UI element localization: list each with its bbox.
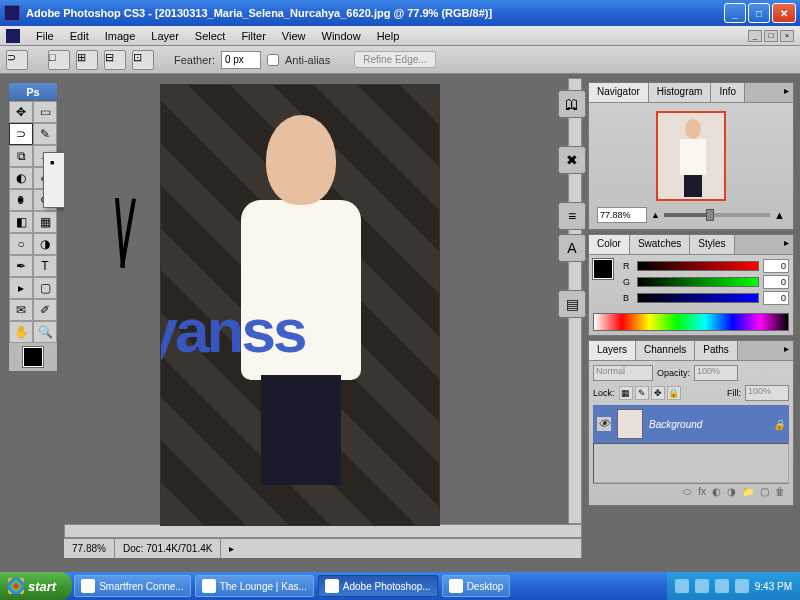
g-slider[interactable] bbox=[637, 277, 759, 287]
type-tool[interactable]: T bbox=[33, 255, 57, 277]
shape-tool[interactable]: ▢ bbox=[33, 277, 57, 299]
intersect-selection-button[interactable]: ⊡ bbox=[132, 50, 154, 70]
start-button[interactable]: start bbox=[0, 572, 72, 600]
lock-position-icon[interactable]: ✥ bbox=[651, 386, 665, 400]
visibility-eye-icon[interactable]: 👁 bbox=[597, 417, 611, 431]
doc-close-button[interactable]: × bbox=[780, 30, 794, 42]
tab-channels[interactable]: Channels bbox=[636, 341, 695, 360]
layer-background[interactable]: 👁 Background 🔒 bbox=[593, 405, 789, 443]
tray-icon[interactable] bbox=[735, 579, 749, 593]
opacity-input[interactable]: 100% bbox=[694, 365, 738, 381]
menu-layer[interactable]: Layer bbox=[143, 28, 187, 44]
taskbar-item[interactable]: Smartfren Conne... bbox=[74, 575, 190, 597]
add-selection-button[interactable]: ⊞ bbox=[76, 50, 98, 70]
history-dock-icon[interactable]: 🕮 bbox=[558, 90, 586, 118]
quick-select-tool[interactable]: ✎ bbox=[33, 123, 57, 145]
new-layer-icon[interactable]: ▢ bbox=[760, 486, 769, 499]
zoom-tool[interactable]: 🔍 bbox=[33, 321, 57, 343]
crop-tool[interactable]: ⧉ bbox=[9, 145, 33, 167]
tray-icon[interactable] bbox=[715, 579, 729, 593]
g-value-input[interactable] bbox=[763, 275, 789, 289]
tray-icon[interactable] bbox=[695, 579, 709, 593]
hand-tool[interactable]: ✋ bbox=[9, 321, 33, 343]
navigator-zoom-slider[interactable] bbox=[664, 213, 770, 217]
group-icon[interactable]: 📁 bbox=[742, 486, 754, 499]
clock[interactable]: 9:43 PM bbox=[755, 581, 792, 592]
eraser-tool[interactable]: ◧ bbox=[9, 211, 33, 233]
menu-edit[interactable]: Edit bbox=[62, 28, 97, 44]
maximize-button[interactable]: □ bbox=[748, 3, 770, 23]
tab-info[interactable]: Info bbox=[711, 83, 745, 102]
status-arrow[interactable]: ▸ bbox=[221, 539, 582, 558]
taskbar-item[interactable]: The Lounge | Kas... bbox=[195, 575, 314, 597]
menu-help[interactable]: Help bbox=[369, 28, 408, 44]
layer-comps-dock-icon[interactable]: ▤ bbox=[558, 290, 586, 318]
healing-brush-tool[interactable]: ◐ bbox=[9, 167, 33, 189]
dodge-tool[interactable]: ◑ bbox=[33, 233, 57, 255]
layer-fx-icon[interactable]: fx bbox=[698, 486, 706, 499]
color-swatch[interactable] bbox=[593, 259, 613, 279]
close-button[interactable]: ✕ bbox=[772, 3, 796, 23]
antialias-checkbox[interactable] bbox=[267, 54, 279, 66]
doc-minimize-button[interactable]: _ bbox=[748, 30, 762, 42]
tab-navigator[interactable]: Navigator bbox=[589, 83, 649, 102]
blend-mode-select[interactable]: Normal bbox=[593, 365, 653, 381]
horizontal-scrollbar[interactable] bbox=[64, 524, 582, 538]
navigator-thumbnail[interactable] bbox=[656, 111, 726, 201]
minimize-button[interactable]: _ bbox=[724, 3, 746, 23]
refine-edge-button[interactable]: Refine Edge... bbox=[354, 51, 435, 68]
zoom-out-icon[interactable]: ▲ bbox=[651, 210, 660, 220]
notes-tool[interactable]: ✉ bbox=[9, 299, 33, 321]
move-tool[interactable]: ✥ bbox=[9, 101, 33, 123]
brushes-dock-icon[interactable]: ≡ bbox=[558, 202, 586, 230]
b-value-input[interactable] bbox=[763, 291, 789, 305]
document-canvas[interactable]: reyanss bbox=[160, 84, 440, 526]
tab-layers[interactable]: Layers bbox=[589, 341, 636, 360]
foreground-color-swatch[interactable] bbox=[23, 347, 43, 367]
r-slider[interactable] bbox=[637, 261, 759, 271]
zoom-in-icon[interactable]: ▲ bbox=[774, 209, 785, 221]
b-slider[interactable] bbox=[637, 293, 759, 303]
doc-size-display[interactable]: Doc: 701.4K/701.4K bbox=[115, 539, 222, 558]
pen-tool[interactable]: ✒ bbox=[9, 255, 33, 277]
new-selection-button[interactable]: □ bbox=[48, 50, 70, 70]
link-layers-icon[interactable]: ⬭ bbox=[683, 486, 692, 499]
delete-layer-icon[interactable]: 🗑 bbox=[775, 486, 785, 499]
taskbar-item[interactable]: Desktop bbox=[442, 575, 511, 597]
layer-mask-icon[interactable]: ◐ bbox=[712, 486, 721, 499]
subtract-selection-button[interactable]: ⊟ bbox=[104, 50, 126, 70]
stamp-tool[interactable]: ⧯ bbox=[9, 189, 33, 211]
character-dock-icon[interactable]: A bbox=[558, 234, 586, 262]
lock-transparency-icon[interactable]: ▦ bbox=[619, 386, 633, 400]
tab-styles[interactable]: Styles bbox=[690, 235, 734, 254]
fill-input[interactable]: 100% bbox=[745, 385, 789, 401]
tab-color[interactable]: Color bbox=[589, 235, 630, 254]
taskbar-item-active[interactable]: Adobe Photoshop... bbox=[318, 575, 438, 597]
zoom-display[interactable]: 77.88% bbox=[64, 539, 115, 558]
doc-restore-button[interactable]: □ bbox=[764, 30, 778, 42]
eyedropper-tool[interactable]: ✐ bbox=[33, 299, 57, 321]
feather-input[interactable] bbox=[221, 51, 261, 69]
menu-window[interactable]: Window bbox=[314, 28, 369, 44]
tray-icon[interactable] bbox=[675, 579, 689, 593]
menu-filter[interactable]: Filter bbox=[233, 28, 273, 44]
lock-pixels-icon[interactable]: ✎ bbox=[635, 386, 649, 400]
menu-select[interactable]: Select bbox=[187, 28, 234, 44]
gradient-tool[interactable]: ▦ bbox=[33, 211, 57, 233]
panel-menu-icon[interactable]: ▸ bbox=[780, 235, 793, 254]
menu-file[interactable]: File bbox=[28, 28, 62, 44]
tool-presets-dock-icon[interactable]: ✖ bbox=[558, 146, 586, 174]
spectrum-ramp[interactable] bbox=[593, 313, 789, 331]
tab-paths[interactable]: Paths bbox=[695, 341, 738, 360]
lasso-tool-preset[interactable]: ⊃ bbox=[6, 50, 28, 70]
lock-all-icon[interactable]: 🔒 bbox=[667, 386, 681, 400]
menu-view[interactable]: View bbox=[274, 28, 314, 44]
panel-menu-icon[interactable]: ▸ bbox=[780, 83, 793, 102]
tab-swatches[interactable]: Swatches bbox=[630, 235, 690, 254]
marquee-tool[interactable]: ▭ bbox=[33, 101, 57, 123]
r-value-input[interactable] bbox=[763, 259, 789, 273]
path-select-tool[interactable]: ▸ bbox=[9, 277, 33, 299]
lasso-tool[interactable]: ⊃ bbox=[9, 123, 33, 145]
panel-menu-icon[interactable]: ▸ bbox=[780, 341, 793, 360]
tab-histogram[interactable]: Histogram bbox=[649, 83, 712, 102]
